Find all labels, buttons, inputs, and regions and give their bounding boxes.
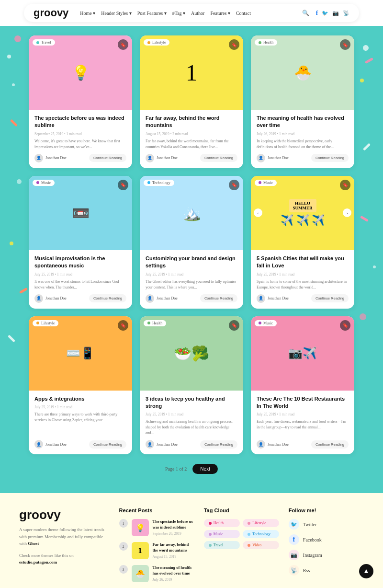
follow-twitter[interactable]: 🐦 Twitter [289, 519, 364, 530]
footer-ghost-link[interactable]: Ghost [28, 541, 39, 546]
follow-instagram[interactable]: 📷 Instagram [289, 550, 364, 560]
nav-link-features[interactable]: Features ▾ [210, 11, 230, 16]
card-6-emoji: HELLOSUMMER ✈️ ✈️ ✈️ [251, 176, 354, 250]
card-9-body: These Are The 10 Best Restaurants In The… [251, 391, 354, 455]
nav-logo[interactable]: groovy [34, 7, 68, 19]
card-6-image: HELLOSUMMER ✈️ ✈️ ✈️ Music 🔖 ‹ › [251, 176, 354, 250]
card-7-badge: Lifestyle [33, 320, 58, 326]
next-page-button[interactable]: Next [192, 464, 218, 474]
facebook-follow-icon: f [289, 534, 299, 545]
tag-music-label: Music [214, 532, 223, 536]
card-3-read-btn[interactable]: Continue Reading [311, 154, 349, 162]
card-1-read-btn[interactable]: Continue Reading [89, 154, 126, 162]
card-5-bookmark[interactable]: 🔖 [229, 180, 239, 190]
card-6-nav-left[interactable]: ‹ [254, 208, 262, 217]
recent-post-1[interactable]: 1 💡 The spectacle before us was indeed s… [119, 519, 194, 536]
footer-tag-cloud: Tag Cloud Health Lifestyle Music Technol… [204, 507, 279, 588]
card-3-bookmark[interactable]: 🔖 [340, 39, 350, 50]
card-1-bookmark[interactable]: 🔖 [118, 39, 128, 50]
card-9-badge-label: Music [263, 321, 273, 325]
facebook-icon[interactable]: f [316, 9, 318, 17]
nav-link-home[interactable]: Home ▾ [80, 11, 95, 16]
card-1: 💡 Travel 🔖 The spectacle before us was i… [29, 35, 132, 168]
tag-technology[interactable]: Technology [243, 530, 279, 538]
card-3-meta: July 26, 2019 • 1 min read [257, 132, 349, 136]
recent-post-1-img: 💡 [132, 519, 149, 536]
search-icon[interactable]: 🔍 [302, 10, 309, 17]
card-4-bookmark[interactable]: 🔖 [118, 180, 128, 190]
tag-video[interactable]: Video [243, 541, 279, 549]
recent-post-2-info: Far far away, behind the word mountains … [153, 542, 194, 559]
card-6-bookmark[interactable]: 🔖 [340, 180, 350, 190]
card-7-bookmark[interactable]: 🔖 [118, 320, 128, 331]
follow-facebook[interactable]: f Facebook [289, 534, 364, 545]
card-6-nav-right[interactable]: › [343, 208, 351, 217]
card-grid: 💡 Travel 🔖 The spectacle before us was i… [29, 35, 354, 454]
card-9-title: These Are The 10 Best Restaurants In The… [257, 395, 349, 410]
card-5-author-name: Jonathan Doe [157, 296, 178, 300]
card-2-bookmark[interactable]: 🔖 [229, 39, 239, 50]
card-8-read-btn[interactable]: Continue Reading [200, 440, 237, 449]
nav-link-tag[interactable]: #Tag ▾ [172, 11, 185, 16]
card-9-badge: Music [255, 320, 277, 326]
card-2-badge-dot [147, 41, 150, 44]
tag-technology-dot [248, 533, 250, 536]
card-5-read-btn[interactable]: Continue Reading [200, 294, 237, 302]
card-6-read-btn[interactable]: Continue Reading [311, 294, 349, 302]
card-6-author: 👤 Jonathan Doe [257, 294, 289, 303]
card-1-body: The spectacle before us was indeed subli… [29, 110, 132, 168]
card-8-excerpt: Achieving and maintaining health is an o… [146, 419, 237, 436]
card-8-meta: July 25, 2019 • 1 min read [146, 412, 237, 416]
card-2-read-btn[interactable]: Continue Reading [200, 154, 237, 162]
card-3-footer: 👤 Jonathan Doe Continue Reading [257, 154, 349, 162]
tag-travel-dot [209, 544, 212, 547]
card-1-emoji: 💡 [29, 35, 132, 110]
card-8-bookmark[interactable]: 🔖 [229, 320, 239, 331]
recent-post-3[interactable]: 3 🐣 The meaning of health has evolved ov… [119, 565, 194, 582]
nav-social: f 🐦 📷 📡 [316, 9, 349, 17]
card-5-emoji: 🏔️ [140, 176, 243, 250]
instagram-icon[interactable]: 📷 [332, 10, 339, 16]
nav-link-contact[interactable]: Contact [236, 11, 251, 16]
tag-health[interactable]: Health [204, 519, 240, 527]
card-9-author-name: Jonathan Doe [268, 442, 289, 447]
card-9-read-btn[interactable]: Continue Reading [311, 440, 349, 449]
tag-travel[interactable]: Travel [204, 541, 240, 549]
card-3-author: 👤 Jonathan Doe [257, 154, 289, 162]
card-9-bookmark[interactable]: 🔖 [340, 320, 350, 331]
card-7-badge-label: Lifestyle [41, 321, 55, 325]
card-1-footer: 👤 Jonathan Doe Continue Reading [34, 154, 126, 162]
tag-lifestyle[interactable]: Lifestyle [243, 519, 279, 527]
card-3-badge-label: Health [263, 40, 273, 45]
twitter-icon[interactable]: 🐦 [322, 10, 328, 16]
card-5-badge-label: Technology [152, 181, 170, 185]
card-4: 📼 Music 🔖 Musical improvisation is the s… [29, 176, 132, 309]
scroll-up-button[interactable]: ▲ [359, 564, 373, 578]
card-4-footer: 👤 Jonathan Doe Continue Reading [34, 294, 126, 303]
rss-icon[interactable]: 📡 [343, 10, 349, 16]
card-8-body: 3 ideas to keep you healthy and strong J… [140, 391, 243, 455]
recent-post-2[interactable]: 2 1 Far far away, behind the word mounta… [119, 542, 194, 559]
card-5: 🏔️ Technology 🔖 Customizing your brand a… [140, 176, 243, 309]
card-7-excerpt: There are three primary ways to work wit… [34, 412, 126, 436]
card-4-read-btn[interactable]: Continue Reading [89, 294, 126, 302]
footer-check: Check more themes like this on estudio.p… [19, 552, 110, 566]
nav-link-header[interactable]: Header Styles ▾ [101, 11, 131, 16]
card-7: ⌨️📱 Lifestyle 🔖 Apps & integrations July… [29, 316, 132, 455]
card-9-excerpt: Each year, fine diners, restaurateurs an… [257, 419, 349, 436]
card-7-avatar: 👤 [34, 440, 43, 449]
nav-link-post[interactable]: Post Features ▾ [137, 11, 167, 16]
tag-cloud-title: Tag Cloud [204, 507, 279, 513]
recent-post-3-date: July 26, 2019 [153, 577, 194, 582]
card-9: 📷✈️ Music 🔖 These Are The 10 Best Restau… [251, 316, 354, 455]
follow-rss[interactable]: 📡 Rss [289, 565, 364, 576]
card-7-read-btn[interactable]: Continue Reading [89, 440, 126, 449]
footer-studio-link[interactable]: estudio.patagon.com [19, 560, 57, 565]
tag-music[interactable]: Music [204, 530, 240, 538]
card-4-body: Musical improvisation is the spontaneous… [29, 250, 132, 309]
nav-link-author[interactable]: Author [191, 11, 204, 16]
card-1-excerpt: Welcome, it's great to have you here. We… [34, 138, 126, 150]
card-6: HELLOSUMMER ✈️ ✈️ ✈️ Music 🔖 ‹ › 5 Spani… [251, 176, 354, 309]
card-1-badge: Travel [33, 39, 55, 46]
card-7-meta: July 25, 2019 • 1 min read [34, 405, 126, 409]
